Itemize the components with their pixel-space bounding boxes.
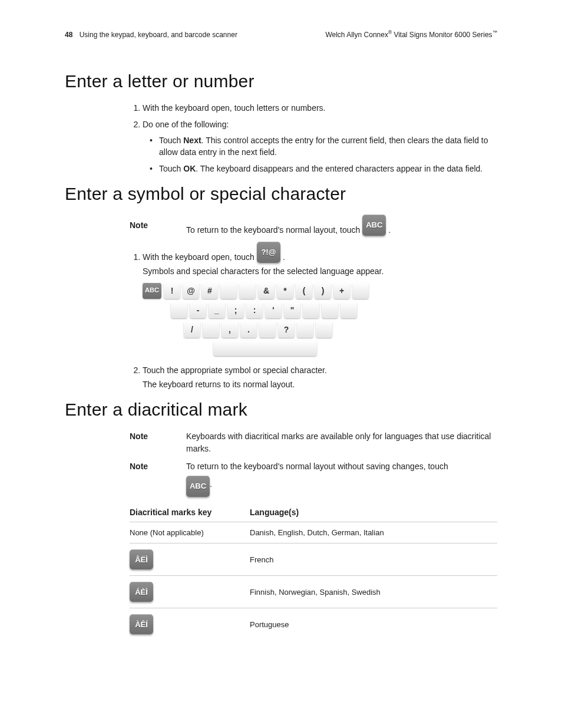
diacritical-row: ÀÊÍ Portuguese	[130, 608, 497, 640]
kb-key: _	[209, 302, 225, 318]
symbol-keyboard: ABC ! @ # & * ( ) +	[143, 282, 497, 356]
kb-key: :	[246, 302, 263, 318]
kb-key: &	[258, 282, 275, 299]
diacritical-col1-header: Diacritical marks key	[130, 508, 250, 517]
letter-bullet-next: Touch Next. This control accepts the ent…	[159, 134, 497, 159]
kb-key	[322, 302, 338, 318]
kb-key: ?	[278, 321, 295, 338]
kb-key: "	[284, 302, 300, 318]
symbols-key-icon: ?!@	[257, 242, 280, 263]
symbol-note: Note To return to the keyboard's normal …	[130, 215, 497, 236]
content-enter-diacritical: Note Keyboards with diacritical marks ar…	[130, 430, 497, 640]
kb-row-3: / , . ?	[184, 321, 497, 338]
kb-key: -	[190, 302, 206, 318]
abc-key-icon: ABC	[186, 476, 210, 497]
heading-enter-diacritical: Enter a diacritical mark	[65, 400, 497, 420]
content-enter-symbol: Note To return to the keyboard's normal …	[130, 215, 497, 390]
diacritical-key-icon: ÁÈÌ	[130, 582, 153, 602]
kb-key: ;	[227, 302, 244, 318]
header-right: Welch Allyn Connex® Vital Signs Monitor …	[325, 29, 497, 39]
letter-bullet-ok: Touch OK. The keyboard disappears and th…	[159, 163, 497, 174]
kb-row-space	[213, 341, 497, 356]
symbol-step-2: Touch the appropriate symbol or special …	[143, 364, 497, 391]
page-number: 48	[65, 31, 72, 39]
kb-row-2: - _ ; : ' "	[171, 302, 497, 318]
kb-key	[239, 282, 256, 299]
kb-key: (	[296, 282, 312, 299]
kb-key	[340, 302, 357, 318]
kb-key: '	[265, 302, 282, 318]
kb-key: !	[164, 282, 180, 299]
header-left: 48 Using the keypad, keyboard, and barco…	[65, 31, 237, 39]
kb-key: #	[201, 282, 218, 299]
kb-key	[171, 302, 187, 318]
kb-key	[316, 321, 332, 338]
kb-key: *	[277, 282, 293, 299]
diacritical-row: ÁÈÌ Finnish, Norwegian, Spanish, Swedish	[130, 575, 497, 608]
content-enter-letter: With the keyboard open, touch letters or…	[130, 102, 497, 174]
diacritical-note-1: Note Keyboards with diacritical marks ar…	[130, 430, 497, 454]
heading-enter-symbol: Enter a symbol or special character	[65, 184, 497, 204]
kb-key	[297, 321, 313, 338]
abc-key-icon: ABC	[362, 215, 386, 236]
diacritical-row: None (Not applicable) Danish, English, D…	[130, 522, 497, 543]
running-header: 48 Using the keypad, keyboard, and barco…	[65, 29, 497, 39]
diacritical-table-header: Diacritical marks key Language(s)	[130, 508, 497, 517]
kb-abc-key: ABC	[143, 282, 161, 299]
header-section: Using the keypad, keyboard, and barcode …	[80, 31, 237, 39]
diacritical-note-2: Note To return to the keyboard's normal …	[130, 460, 497, 497]
diacritical-key-icon: ÀÊÍ	[130, 614, 153, 634]
diacritical-row: ÂËÌ French	[130, 543, 497, 575]
kb-key	[220, 282, 237, 299]
kb-key: @	[183, 282, 199, 299]
diacritical-key-icon: ÂËÌ	[130, 549, 153, 569]
kb-key: )	[315, 282, 331, 299]
kb-key: +	[333, 282, 350, 299]
letter-step-1: With the keyboard open, touch letters or…	[143, 102, 497, 114]
kb-key: .	[240, 321, 257, 338]
kb-key	[303, 302, 319, 318]
kb-key: ,	[222, 321, 238, 338]
heading-enter-letter: Enter a letter or number	[65, 71, 497, 91]
document-page: 48 Using the keypad, keyboard, and barco…	[0, 0, 562, 676]
kb-key: /	[184, 321, 200, 338]
letter-step-2: Do one of the following: Touch Next. Thi…	[143, 118, 497, 174]
kb-key	[259, 321, 276, 338]
kb-row-1: ABC ! @ # & * ( ) +	[143, 282, 497, 299]
kb-key	[203, 321, 219, 338]
diacritical-col2-header: Language(s)	[250, 508, 299, 517]
symbol-step-1: With the keyboard open, touch ?!@. Symbo…	[143, 242, 497, 355]
kb-spacebar	[213, 341, 317, 356]
kb-key	[352, 282, 369, 299]
